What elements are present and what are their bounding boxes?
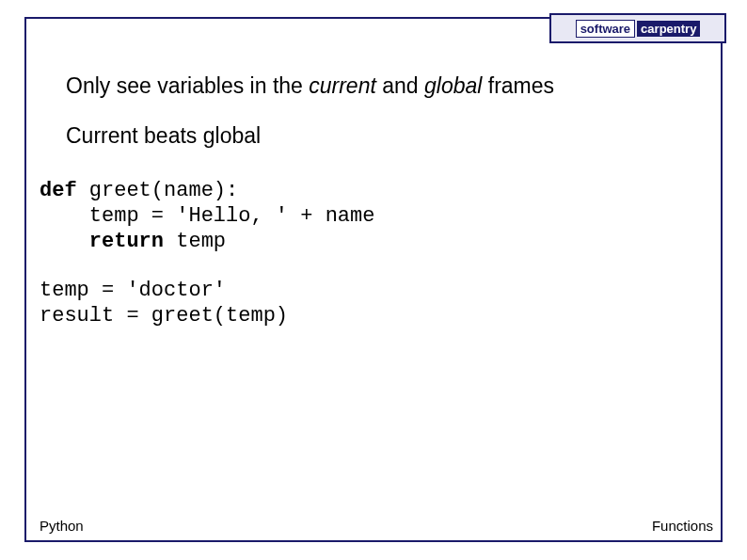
footer-right: Functions: [652, 518, 713, 534]
logo-word-carpentry: carpentry: [637, 21, 700, 37]
code-kw-return: return: [89, 230, 164, 253]
code-l5: result = greet(temp): [40, 304, 288, 328]
heading-italic-global: global: [424, 73, 482, 98]
software-carpentry-logo: softwarecarpentry: [549, 13, 726, 43]
logo-word-software: software: [576, 20, 635, 38]
code-l2: temp = 'Hello, ' + name: [40, 204, 374, 228]
code-block: def greet(name): temp = 'Hello, ' + name…: [40, 179, 709, 329]
code-l3-rest: temp: [164, 230, 226, 253]
heading-prefix: Only see variables in the: [66, 73, 309, 98]
code-l4: temp = 'doctor': [40, 279, 226, 302]
code-l3-pad: [40, 230, 89, 253]
footer-left: Python: [40, 518, 84, 534]
heading-italic-current: current: [309, 73, 376, 98]
code-kw-def: def: [40, 179, 77, 202]
code-l1-rest: greet(name):: [77, 179, 239, 202]
heading-mid: and: [376, 73, 424, 98]
heading-suffix: frames: [482, 73, 554, 98]
heading-line: Only see variables in the current and gl…: [66, 73, 709, 99]
slide-content: Only see variables in the current and gl…: [66, 73, 709, 329]
code-gap: [40, 254, 709, 279]
subheading-line: Current beats global: [66, 123, 709, 149]
